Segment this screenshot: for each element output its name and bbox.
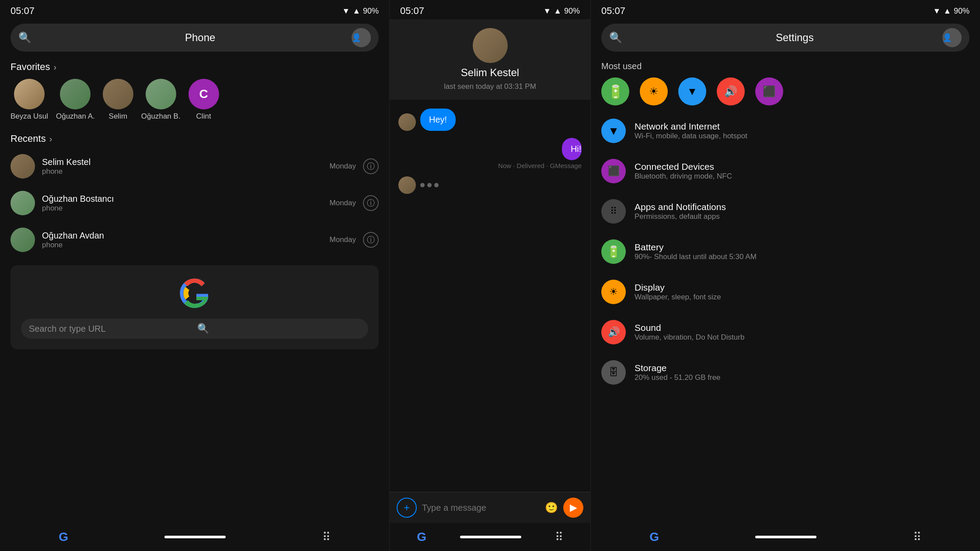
url-search-bar[interactable]: Search or type URL 🔍 <box>21 319 368 339</box>
info-btn-oguzhb[interactable]: ⓘ <box>363 195 379 211</box>
assistant-icon[interactable]: ⠿ <box>555 530 563 544</box>
received-avatar <box>398 113 416 131</box>
contact-name: Selim Kestel <box>461 67 519 79</box>
setting-text-display: Display Wallpaper, sleep, font size <box>635 282 970 302</box>
message-input-bar: + 🙂 ▶ <box>390 492 590 523</box>
quick-icons-row: 🔋 ☀ ▼ 🔊 ⬛ <box>601 77 970 105</box>
setting-text-apps: Apps and Notifications Permissions, defa… <box>635 202 970 221</box>
recents-label: Recents <box>10 133 46 144</box>
url-search-text: Search or type URL <box>29 324 192 334</box>
messages-status-bar: 05:07 ▼ ▲ 90% <box>390 0 590 19</box>
recent-item-selim[interactable]: Selim Kestel phone Monday ⓘ <box>0 148 389 185</box>
recent-avatar-oguzhb <box>10 191 35 215</box>
fav-clint[interactable]: C Clint <box>188 79 219 121</box>
favorites-header[interactable]: Favorites › <box>0 56 389 76</box>
home-indicator[interactable] <box>755 536 816 538</box>
fav-avatar-selim <box>103 79 133 109</box>
quick-connected-icon[interactable]: ⬛ <box>755 77 783 105</box>
google-nav-icon[interactable]: G <box>649 530 659 544</box>
fav-selim[interactable]: Selim <box>103 79 133 121</box>
apps-icon: ⠿ <box>601 199 626 224</box>
contact-status: last seen today at 03:31 PM <box>444 82 536 91</box>
settings-item-storage[interactable]: 🗄 Storage 20% used - 51.20 GB free <box>591 352 980 393</box>
wifi-signal-icon: ▼ <box>543 7 551 16</box>
settings-item-apps[interactable]: ⠿ Apps and Notifications Permissions, de… <box>591 191 980 232</box>
recent-name-selim: Selim Kestel <box>42 157 323 167</box>
phone-time: 05:07 <box>10 5 35 17</box>
assistant-icon[interactable]: ⠿ <box>322 530 331 544</box>
setting-text-battery: Battery 90%- Should last until about 5:3… <box>635 242 970 261</box>
message-input[interactable] <box>422 503 540 513</box>
recent-avatar-selim <box>10 154 35 179</box>
info-btn-oguzhavdan[interactable]: ⓘ <box>363 232 379 248</box>
user-avatar[interactable]: 👤 <box>352 28 371 47</box>
settings-item-connected[interactable]: ⬛ Connected Devices Bluetooth, driving m… <box>591 151 980 191</box>
fav-oguzhan-b[interactable]: Oğuzhan B. <box>141 79 181 121</box>
settings-item-battery[interactable]: 🔋 Battery 90%- Should last until about 5… <box>591 232 980 272</box>
settings-item-sound[interactable]: 🔊 Sound Volume, vibration, Do Not Distur… <box>591 312 980 352</box>
setting-desc-sound: Volume, vibration, Do Not Disturb <box>635 333 970 342</box>
settings-item-network[interactable]: ▼ Network and Internet Wi-Fi, mobile, da… <box>591 111 980 151</box>
recent-info-oguzhb: Oğuzhan Bostancı phone <box>42 194 323 213</box>
typing-dot-3 <box>434 183 439 187</box>
settings-search-bar[interactable]: 🔍 Settings 👤 <box>601 24 970 52</box>
setting-name-sound: Sound <box>635 323 970 333</box>
recent-time-oguzhb: Monday <box>330 199 356 207</box>
search-icon: 🔍 <box>18 32 180 44</box>
setting-desc-network: Wi-Fi, mobile, data usage, hotspot <box>635 132 970 140</box>
most-used-label: Most used <box>601 61 970 71</box>
messages-panel: 05:07 ▼ ▲ 90% Selim Kestel last seen tod… <box>390 0 591 551</box>
user-avatar[interactable]: 👤 <box>942 28 962 47</box>
recents-header[interactable]: Recents › <box>0 128 389 148</box>
fav-name-selim: Selim <box>109 112 128 121</box>
phone-search-bar[interactable]: 🔍 Phone 👤 <box>10 24 379 52</box>
quick-battery-icon[interactable]: 🔋 <box>601 77 629 105</box>
setting-name-display: Display <box>635 282 970 293</box>
storage-icon: 🗄 <box>601 360 626 385</box>
cell-signal-icon: ▲ <box>352 7 360 16</box>
setting-name-battery: Battery <box>635 242 970 253</box>
fav-name-oguzhan-b: Oğuzhan B. <box>141 112 181 121</box>
sent-message-group: Hi! Now · Delivered · GMessage <box>398 138 582 169</box>
recent-time-selim: Monday <box>330 162 356 171</box>
emoji-button[interactable]: 🙂 <box>545 502 558 514</box>
google-nav-icon[interactable]: G <box>417 530 426 544</box>
favorites-row: Beyza Usul Oğuzhan A. Selim Oğuzhan B. C… <box>0 76 389 128</box>
google-card: Search or type URL 🔍 <box>10 265 379 349</box>
setting-text-network: Network and Internet Wi-Fi, mobile, data… <box>635 121 970 140</box>
google-nav-icon[interactable]: G <box>59 530 68 544</box>
fav-oguzhan-a[interactable]: Oğuzhan A. <box>56 79 95 121</box>
favorites-chevron-icon: › <box>53 62 56 72</box>
battery-status: 90% <box>564 7 580 16</box>
recents-chevron-icon: › <box>49 134 52 144</box>
quick-wifi-icon[interactable]: ▼ <box>678 77 706 105</box>
quick-sound-icon[interactable]: 🔊 <box>717 77 745 105</box>
setting-desc-battery: 90%- Should last until about 5:30 AM <box>635 253 970 261</box>
settings-bottom-nav: G ⠿ <box>591 523 980 551</box>
setting-desc-storage: 20% used - 51.20 GB free <box>635 373 970 382</box>
info-btn-selim[interactable]: ⓘ <box>363 158 379 174</box>
assistant-icon[interactable]: ⠿ <box>913 530 921 544</box>
recent-item-oguzhb[interactable]: Oğuzhan Bostancı phone Monday ⓘ <box>0 185 389 221</box>
phone-status-icons: ▼ ▲ 90% <box>342 7 379 16</box>
add-attachment-button[interactable]: + <box>397 498 417 518</box>
phone-panel: 05:07 ▼ ▲ 90% 🔍 Phone 👤 Favorites › Beyz… <box>0 0 390 551</box>
settings-status-icons: ▼ ▲ 90% <box>933 7 970 16</box>
fav-beyza[interactable]: Beyza Usul <box>10 79 48 121</box>
battery-status: 90% <box>363 7 379 16</box>
url-search-icon: 🔍 <box>197 323 360 334</box>
message-received: Hey! <box>398 109 582 131</box>
most-used-section: Most used 🔋 ☀ ▼ 🔊 ⬛ <box>591 56 980 111</box>
bubble-sent: Hi! <box>562 138 582 160</box>
message-meta: Now · Delivered · GMessage <box>498 162 582 169</box>
settings-item-display[interactable]: ☀ Display Wallpaper, sleep, font size <box>591 272 980 312</box>
typing-dots <box>420 183 439 187</box>
quick-display-icon[interactable]: ☀ <box>640 77 668 105</box>
home-indicator[interactable] <box>164 536 226 538</box>
home-indicator[interactable] <box>460 536 521 538</box>
network-icon: ▼ <box>601 119 626 143</box>
recent-type-selim: phone <box>42 167 323 176</box>
recent-item-oguzhavdan[interactable]: Oğuzhan Avdan phone Monday ⓘ <box>0 221 389 258</box>
setting-text-sound: Sound Volume, vibration, Do Not Disturb <box>635 323 970 342</box>
send-button[interactable]: ▶ <box>563 498 583 518</box>
